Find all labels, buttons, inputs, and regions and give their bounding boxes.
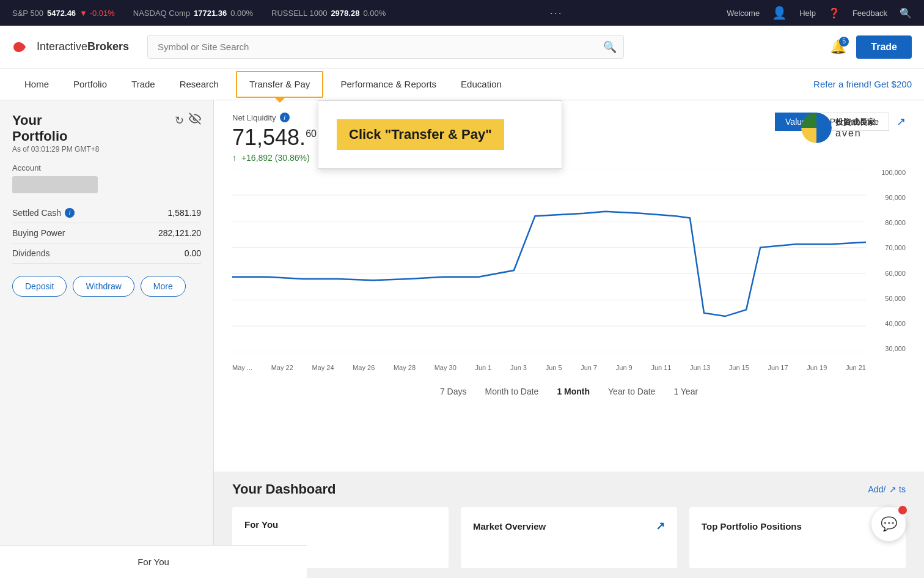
refresh-button[interactable]: ↻ bbox=[175, 113, 184, 128]
ticker-russell-value: 2978.28 bbox=[331, 9, 359, 18]
main-layout: Your Portfolio As of 03:01:29 PM GMT+8 ↻… bbox=[0, 100, 924, 578]
chart-controls: 投資成長家 aven Value Performance ↗ bbox=[775, 113, 906, 131]
portfolio-actions: ↻ bbox=[175, 113, 201, 128]
portfolio-title-block: Your Portfolio As of 03:01:29 PM GMT+8 bbox=[12, 113, 99, 154]
x-label-may30: May 30 bbox=[435, 364, 457, 371]
nav-transfer-pay[interactable]: Transfer & Pay bbox=[236, 71, 323, 98]
portfolio-value: 71,548.60 bbox=[232, 125, 317, 150]
account-section: Account bbox=[12, 163, 201, 193]
search-icon[interactable]: 🔍 bbox=[603, 40, 617, 54]
trade-button[interactable]: Trade bbox=[856, 35, 912, 59]
x-label-may24: May 24 bbox=[312, 364, 334, 371]
search-input[interactable] bbox=[147, 35, 624, 59]
dividends-label: Dividends bbox=[12, 248, 50, 258]
nav-education[interactable]: Education bbox=[449, 69, 514, 100]
tooltip-callout-text: Click "Transfer & Pay" bbox=[337, 119, 504, 150]
y-label-50k: 50,000 bbox=[885, 295, 906, 302]
x-label-jun11: Jun 11 bbox=[651, 364, 671, 371]
portfolio-title: Your Portfolio bbox=[12, 113, 99, 145]
market-overview-card-title: Market Overview ↗ bbox=[473, 519, 665, 533]
settled-cash-info-icon[interactable]: i bbox=[65, 208, 75, 218]
time-1month-button[interactable]: 1 Month bbox=[557, 387, 590, 396]
for-you-card-title: For You bbox=[244, 519, 436, 530]
net-liquidity-info-icon[interactable]: i bbox=[280, 113, 290, 122]
dashboard-section: Your Dashboard Add/ ↗ ts For You Market … bbox=[214, 472, 924, 578]
sidebar: Your Portfolio As of 03:01:29 PM GMT+8 ↻… bbox=[0, 100, 214, 578]
time-range-selector: 7 Days Month to Date 1 Month Year to Dat… bbox=[232, 387, 906, 396]
buying-power-value: 282,121.20 bbox=[158, 228, 201, 238]
y-label-30k: 30,000 bbox=[885, 345, 906, 352]
account-selector[interactable] bbox=[12, 176, 98, 193]
net-liquidity-label: Net Liquidity i bbox=[232, 113, 317, 122]
refer-friend-link[interactable]: Refer a friend! Get $200 bbox=[813, 79, 912, 89]
nav-bar: Home Portfolio Trade Research Transfer &… bbox=[0, 69, 924, 100]
add-icon: ↗ bbox=[889, 484, 897, 494]
ticker-more-icon[interactable]: ··· bbox=[550, 7, 563, 20]
notification-badge: 5 bbox=[839, 37, 849, 46]
nav-performance[interactable]: Performance & Reports bbox=[328, 69, 449, 100]
ticker-nasdaq-value: 17721.36 bbox=[194, 9, 227, 18]
time-ytd-button[interactable]: Year to Date bbox=[608, 387, 655, 396]
x-label-jun21: Jun 21 bbox=[846, 364, 866, 371]
chat-widget-button[interactable]: 💬 bbox=[871, 507, 906, 541]
hide-button[interactable] bbox=[189, 113, 201, 128]
logo[interactable]: InteractiveBrokers bbox=[12, 37, 129, 57]
nav-home[interactable]: Home bbox=[12, 69, 61, 100]
time-mtd-button[interactable]: Month to Date bbox=[485, 387, 538, 396]
dividends-value: 0.00 bbox=[185, 248, 201, 258]
settled-cash-row: Settled Cash i 1,581.19 bbox=[12, 203, 201, 223]
ticker-sp500: S&P 500 5472.46 ▼ -0.01% bbox=[12, 9, 115, 18]
time-7days-button[interactable]: 7 Days bbox=[440, 387, 467, 396]
x-label-jun13: Jun 13 bbox=[690, 364, 710, 371]
chat-notification-badge bbox=[898, 506, 907, 514]
nav-portfolio[interactable]: Portfolio bbox=[61, 69, 119, 100]
x-label-jun15: Jun 15 bbox=[729, 364, 749, 371]
ticker-sp500-change: ▼ -0.01% bbox=[79, 9, 115, 18]
nav-research[interactable]: Research bbox=[167, 69, 231, 100]
portfolio-change: ↑ +16,892 (30.86%) bbox=[232, 153, 317, 163]
x-label-jun7: Jun 7 bbox=[581, 364, 597, 371]
buying-power-row: Buying Power 282,121.20 bbox=[12, 223, 201, 243]
market-overview-expand-icon[interactable]: ↗ bbox=[656, 519, 665, 533]
nav-trade[interactable]: Trade bbox=[119, 69, 167, 100]
ticker-russell-change: 0.00% bbox=[363, 9, 386, 18]
deposit-button[interactable]: Deposit bbox=[12, 276, 67, 297]
for-you-tab[interactable]: For You bbox=[0, 545, 307, 578]
help-link[interactable]: Help bbox=[799, 9, 816, 18]
chart-x-labels: May ... May 22 May 24 May 26 May 28 May … bbox=[232, 358, 866, 377]
x-label-may-start: May ... bbox=[232, 364, 252, 371]
time-1year-button[interactable]: 1 Year bbox=[673, 387, 698, 396]
chart-y-axis: 100,000 90,000 80,000 70,000 60,000 50,0… bbox=[869, 169, 906, 352]
ticker-sp500-value: 5472.46 bbox=[47, 9, 76, 18]
feedback-link[interactable]: Feedback bbox=[853, 9, 887, 18]
ticker-russell: RUSSELL 1000 2978.28 0.00% bbox=[271, 9, 386, 18]
x-label-jun3: Jun 3 bbox=[510, 364, 527, 371]
ticker-nasdaq: NASDAQ Comp 17721.36 0.00% bbox=[133, 9, 253, 18]
x-label-may26: May 26 bbox=[353, 364, 375, 371]
notifications-button[interactable]: 🔔 5 bbox=[830, 39, 846, 55]
ticker-welcome: Welcome bbox=[727, 9, 760, 18]
expand-chart-button[interactable]: ↗ bbox=[897, 115, 906, 128]
x-label-may22: May 22 bbox=[271, 364, 293, 371]
x-label-jun17: Jun 17 bbox=[768, 364, 788, 371]
for-you-tab-label: For You bbox=[138, 557, 169, 567]
withdraw-button[interactable]: Withdraw bbox=[73, 276, 134, 297]
help-icon: ❓ bbox=[828, 7, 840, 19]
y-label-70k: 70,000 bbox=[885, 244, 906, 251]
tooltip-overlay: Click "Transfer & Pay" bbox=[318, 100, 562, 169]
user-icon[interactable]: 👤 bbox=[772, 6, 787, 20]
portfolio-header: Your Portfolio As of 03:01:29 PM GMT+8 ↻ bbox=[12, 113, 201, 154]
action-buttons: Deposit Withdraw More bbox=[12, 276, 201, 297]
x-label-jun9: Jun 9 bbox=[616, 364, 632, 371]
more-button[interactable]: More bbox=[141, 276, 186, 297]
ad-logo: 投資成長家 aven bbox=[801, 113, 875, 143]
ticker-bar: S&P 500 5472.46 ▼ -0.01% NASDAQ Comp 177… bbox=[0, 0, 924, 26]
x-label-may28: May 28 bbox=[394, 364, 416, 371]
ad-logo-text: 投資成長家 bbox=[835, 117, 875, 128]
dividends-row: Dividends 0.00 bbox=[12, 243, 201, 264]
dashboard-header: Your Dashboard Add/ ↗ ts bbox=[232, 481, 906, 497]
x-label-jun19: Jun 19 bbox=[807, 364, 827, 371]
chart-value-block: Net Liquidity i 71,548.60 ↑ +16,892 (30.… bbox=[232, 113, 317, 163]
add-widgets-link[interactable]: Add/ ↗ ts bbox=[868, 484, 906, 494]
logo-text: InteractiveBrokers bbox=[37, 40, 129, 53]
